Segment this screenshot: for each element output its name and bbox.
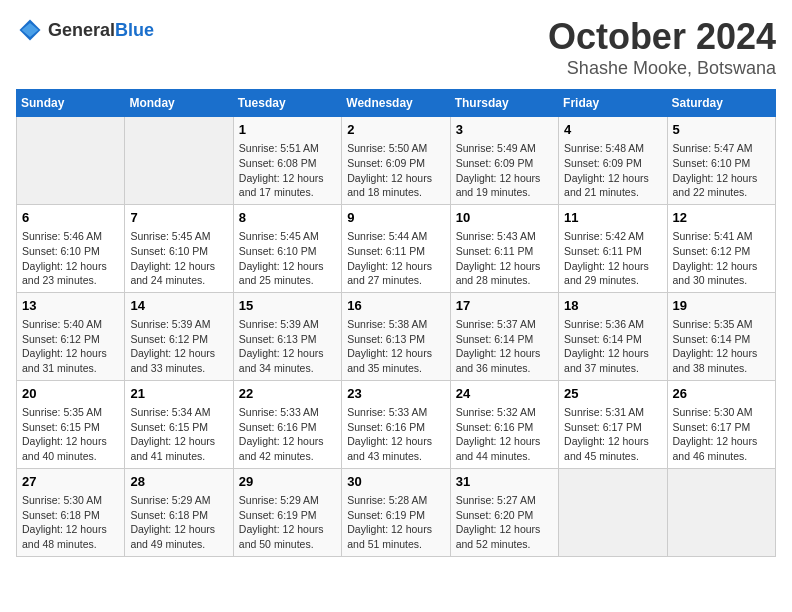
sunset-text: Sunset: 6:12 PM bbox=[22, 332, 119, 347]
calendar-cell: 13 Sunrise: 5:40 AM Sunset: 6:12 PM Dayl… bbox=[17, 292, 125, 380]
daylight-text: Daylight: 12 hours and 50 minutes. bbox=[239, 522, 336, 551]
sunset-text: Sunset: 6:17 PM bbox=[564, 420, 661, 435]
sunrise-text: Sunrise: 5:46 AM bbox=[22, 229, 119, 244]
sunset-text: Sunset: 6:12 PM bbox=[673, 244, 770, 259]
day-info: Sunrise: 5:44 AM Sunset: 6:11 PM Dayligh… bbox=[347, 229, 444, 288]
sunrise-text: Sunrise: 5:30 AM bbox=[22, 493, 119, 508]
sunset-text: Sunset: 6:13 PM bbox=[239, 332, 336, 347]
calendar-cell: 27 Sunrise: 5:30 AM Sunset: 6:18 PM Dayl… bbox=[17, 468, 125, 556]
day-number: 6 bbox=[22, 209, 119, 227]
sunrise-text: Sunrise: 5:29 AM bbox=[130, 493, 227, 508]
sunset-text: Sunset: 6:16 PM bbox=[347, 420, 444, 435]
calendar-cell bbox=[17, 117, 125, 205]
daylight-text: Daylight: 12 hours and 45 minutes. bbox=[564, 434, 661, 463]
calendar-cell: 29 Sunrise: 5:29 AM Sunset: 6:19 PM Dayl… bbox=[233, 468, 341, 556]
calendar-table: Sunday Monday Tuesday Wednesday Thursday… bbox=[16, 89, 776, 557]
day-info: Sunrise: 5:35 AM Sunset: 6:14 PM Dayligh… bbox=[673, 317, 770, 376]
sunset-text: Sunset: 6:08 PM bbox=[239, 156, 336, 171]
sunrise-text: Sunrise: 5:40 AM bbox=[22, 317, 119, 332]
day-number: 8 bbox=[239, 209, 336, 227]
day-info: Sunrise: 5:43 AM Sunset: 6:11 PM Dayligh… bbox=[456, 229, 553, 288]
sunrise-text: Sunrise: 5:41 AM bbox=[673, 229, 770, 244]
calendar-cell: 7 Sunrise: 5:45 AM Sunset: 6:10 PM Dayli… bbox=[125, 204, 233, 292]
calendar-cell: 11 Sunrise: 5:42 AM Sunset: 6:11 PM Dayl… bbox=[559, 204, 667, 292]
day-number: 19 bbox=[673, 297, 770, 315]
sunrise-text: Sunrise: 5:38 AM bbox=[347, 317, 444, 332]
sunrise-text: Sunrise: 5:37 AM bbox=[456, 317, 553, 332]
daylight-text: Daylight: 12 hours and 22 minutes. bbox=[673, 171, 770, 200]
day-info: Sunrise: 5:39 AM Sunset: 6:12 PM Dayligh… bbox=[130, 317, 227, 376]
day-number: 2 bbox=[347, 121, 444, 139]
day-number: 10 bbox=[456, 209, 553, 227]
sunrise-text: Sunrise: 5:49 AM bbox=[456, 141, 553, 156]
sunset-text: Sunset: 6:15 PM bbox=[22, 420, 119, 435]
day-info: Sunrise: 5:42 AM Sunset: 6:11 PM Dayligh… bbox=[564, 229, 661, 288]
day-number: 11 bbox=[564, 209, 661, 227]
sunrise-text: Sunrise: 5:29 AM bbox=[239, 493, 336, 508]
daylight-text: Daylight: 12 hours and 18 minutes. bbox=[347, 171, 444, 200]
day-number: 18 bbox=[564, 297, 661, 315]
calendar-week-2: 6 Sunrise: 5:46 AM Sunset: 6:10 PM Dayli… bbox=[17, 204, 776, 292]
day-number: 30 bbox=[347, 473, 444, 491]
sunset-text: Sunset: 6:12 PM bbox=[130, 332, 227, 347]
daylight-text: Daylight: 12 hours and 31 minutes. bbox=[22, 346, 119, 375]
daylight-text: Daylight: 12 hours and 34 minutes. bbox=[239, 346, 336, 375]
day-number: 25 bbox=[564, 385, 661, 403]
sunset-text: Sunset: 6:10 PM bbox=[239, 244, 336, 259]
day-info: Sunrise: 5:27 AM Sunset: 6:20 PM Dayligh… bbox=[456, 493, 553, 552]
daylight-text: Daylight: 12 hours and 42 minutes. bbox=[239, 434, 336, 463]
calendar-cell: 18 Sunrise: 5:36 AM Sunset: 6:14 PM Dayl… bbox=[559, 292, 667, 380]
daylight-text: Daylight: 12 hours and 27 minutes. bbox=[347, 259, 444, 288]
calendar-cell: 17 Sunrise: 5:37 AM Sunset: 6:14 PM Dayl… bbox=[450, 292, 558, 380]
daylight-text: Daylight: 12 hours and 46 minutes. bbox=[673, 434, 770, 463]
sunrise-text: Sunrise: 5:45 AM bbox=[239, 229, 336, 244]
daylight-text: Daylight: 12 hours and 49 minutes. bbox=[130, 522, 227, 551]
location-title: Shashe Mooke, Botswana bbox=[548, 58, 776, 79]
logo-blue: Blue bbox=[115, 20, 154, 40]
calendar-cell bbox=[667, 468, 775, 556]
sunset-text: Sunset: 6:10 PM bbox=[130, 244, 227, 259]
sunset-text: Sunset: 6:09 PM bbox=[564, 156, 661, 171]
calendar-week-5: 27 Sunrise: 5:30 AM Sunset: 6:18 PM Dayl… bbox=[17, 468, 776, 556]
calendar-cell: 15 Sunrise: 5:39 AM Sunset: 6:13 PM Dayl… bbox=[233, 292, 341, 380]
day-info: Sunrise: 5:33 AM Sunset: 6:16 PM Dayligh… bbox=[239, 405, 336, 464]
daylight-text: Daylight: 12 hours and 33 minutes. bbox=[130, 346, 227, 375]
header-sunday: Sunday bbox=[17, 90, 125, 117]
day-info: Sunrise: 5:38 AM Sunset: 6:13 PM Dayligh… bbox=[347, 317, 444, 376]
sunrise-text: Sunrise: 5:31 AM bbox=[564, 405, 661, 420]
sunset-text: Sunset: 6:11 PM bbox=[456, 244, 553, 259]
logo: GeneralBlue bbox=[16, 16, 154, 44]
day-number: 14 bbox=[130, 297, 227, 315]
sunrise-text: Sunrise: 5:51 AM bbox=[239, 141, 336, 156]
header-wednesday: Wednesday bbox=[342, 90, 450, 117]
daylight-text: Daylight: 12 hours and 51 minutes. bbox=[347, 522, 444, 551]
day-number: 5 bbox=[673, 121, 770, 139]
header-tuesday: Tuesday bbox=[233, 90, 341, 117]
day-number: 29 bbox=[239, 473, 336, 491]
sunrise-text: Sunrise: 5:32 AM bbox=[456, 405, 553, 420]
sunrise-text: Sunrise: 5:48 AM bbox=[564, 141, 661, 156]
day-info: Sunrise: 5:33 AM Sunset: 6:16 PM Dayligh… bbox=[347, 405, 444, 464]
calendar-cell: 4 Sunrise: 5:48 AM Sunset: 6:09 PM Dayli… bbox=[559, 117, 667, 205]
sunrise-text: Sunrise: 5:43 AM bbox=[456, 229, 553, 244]
sunset-text: Sunset: 6:19 PM bbox=[239, 508, 336, 523]
day-number: 9 bbox=[347, 209, 444, 227]
calendar-cell: 20 Sunrise: 5:35 AM Sunset: 6:15 PM Dayl… bbox=[17, 380, 125, 468]
calendar-cell: 14 Sunrise: 5:39 AM Sunset: 6:12 PM Dayl… bbox=[125, 292, 233, 380]
day-number: 22 bbox=[239, 385, 336, 403]
sunrise-text: Sunrise: 5:36 AM bbox=[564, 317, 661, 332]
calendar-cell bbox=[559, 468, 667, 556]
daylight-text: Daylight: 12 hours and 24 minutes. bbox=[130, 259, 227, 288]
calendar-body: 1 Sunrise: 5:51 AM Sunset: 6:08 PM Dayli… bbox=[17, 117, 776, 557]
daylight-text: Daylight: 12 hours and 43 minutes. bbox=[347, 434, 444, 463]
sunrise-text: Sunrise: 5:35 AM bbox=[673, 317, 770, 332]
day-info: Sunrise: 5:30 AM Sunset: 6:17 PM Dayligh… bbox=[673, 405, 770, 464]
day-number: 27 bbox=[22, 473, 119, 491]
sunset-text: Sunset: 6:18 PM bbox=[130, 508, 227, 523]
daylight-text: Daylight: 12 hours and 36 minutes. bbox=[456, 346, 553, 375]
sunset-text: Sunset: 6:11 PM bbox=[347, 244, 444, 259]
calendar-cell: 21 Sunrise: 5:34 AM Sunset: 6:15 PM Dayl… bbox=[125, 380, 233, 468]
sunrise-text: Sunrise: 5:45 AM bbox=[130, 229, 227, 244]
calendar-week-1: 1 Sunrise: 5:51 AM Sunset: 6:08 PM Dayli… bbox=[17, 117, 776, 205]
logo-icon bbox=[16, 16, 44, 44]
